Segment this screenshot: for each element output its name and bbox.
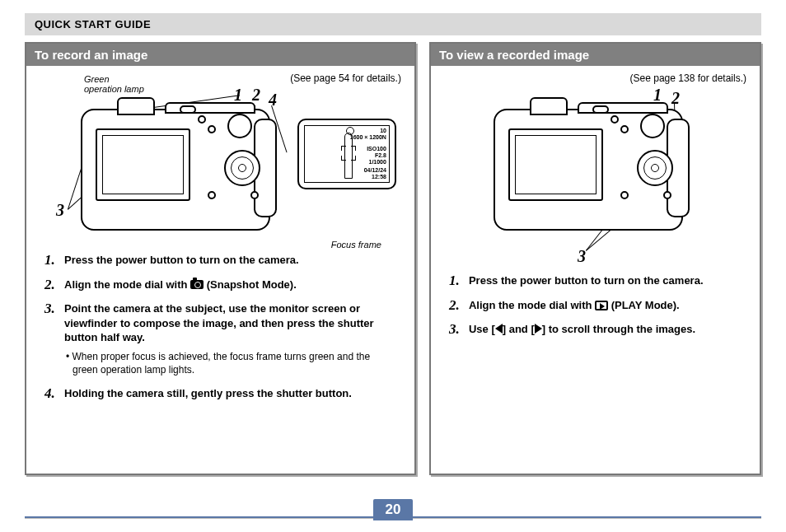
figure-view: 1 2 3 [444,86,746,267]
camera-illustration [81,109,270,231]
callout-4: 4 [269,91,277,110]
callout-2: 2 [252,86,260,105]
panel-record-image: To record an image (See page 54 for deta… [25,42,416,475]
panel-view-image: To view a recorded image (See page 138 f… [429,42,761,475]
panel-body: (See page 54 for details.) Green operati… [26,66,414,474]
panel-title: To view a recorded image [431,44,760,66]
callout-3: 3 [578,247,586,266]
steps-list: Press the power button to turn on the ca… [40,253,401,401]
see-page-ref: (See page 138 for details.) [444,72,746,84]
step-2: Align the mode dial with (Snapshot Mode)… [44,278,396,292]
step-2: Align the mode dial with (PLAY Mode). [449,298,742,313]
page-number: 20 [373,499,413,520]
focus-frame-icon [341,146,356,161]
camera-mode-icon [190,280,204,289]
right-arrow-icon [535,324,542,334]
step-3: Point the camera at the subject, use the… [44,301,396,376]
section-header: QUICK START GUIDE [25,13,761,35]
step-4: Holding the camera still, gently press t… [44,386,396,401]
callout-3: 3 [56,201,64,220]
left-arrow-icon [495,324,503,334]
panel-body: (See page 138 for details.) 1 2 3 [431,66,760,474]
two-column-layout: To record an image (See page 54 for deta… [25,42,761,475]
footer-rule [25,516,373,519]
panel-title: To record an image [26,44,414,66]
callout-2: 2 [671,89,680,108]
lcd-preview: 10 1600 × 1200N ISO100 F2.8 1/1000 04/12… [297,119,396,189]
page-footer: 20 [25,514,761,520]
step-3-sub: • When proper focus is achieved, the foc… [64,350,396,376]
camera-illustration [494,109,683,231]
play-mode-icon [595,301,608,310]
caption-focus-frame: Focus frame [331,240,381,250]
steps-list: Press the power button to turn on the ca… [444,273,746,337]
step-1: Press the power button to turn on the ca… [449,273,742,288]
figure-record: 1 2 4 3 [40,86,401,246]
step-1: Press the power button to turn on the ca… [44,253,396,268]
step-3: Use [] and [] to scroll through the imag… [449,322,742,337]
footer-rule [413,516,761,519]
